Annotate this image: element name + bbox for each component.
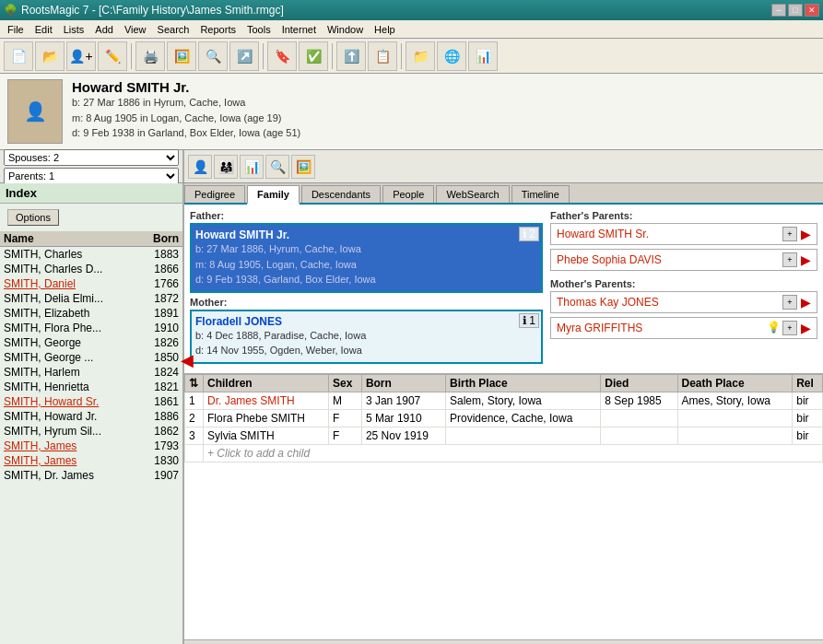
menu-lists[interactable]: Lists	[58, 22, 90, 37]
list-item[interactable]: SMITH, Hyrum Sil...1862	[0, 424, 182, 439]
spouses-dropdown[interactable]: Spouses: 2	[4, 149, 179, 166]
father-parent1[interactable]: Howard SMITH Sr.	[557, 228, 649, 240]
tab-descendants[interactable]: Descendants	[301, 185, 381, 203]
table-row[interactable]: 2 Flora Phebe SMITH F 5 Mar 1910 Provide…	[185, 409, 823, 427]
toolbar-view2[interactable]: 📋	[368, 41, 397, 71]
list-item[interactable]: SMITH, Henrietta1821	[0, 380, 182, 394]
chart-btn[interactable]: 📊	[240, 155, 264, 179]
horizontal-scrollbar[interactable]	[184, 639, 823, 644]
toolbar-new[interactable]: 📄	[4, 41, 33, 71]
menu-view[interactable]: View	[119, 22, 152, 37]
menu-tools[interactable]: Tools	[241, 22, 276, 37]
toolbar-open[interactable]: 📂	[35, 41, 65, 71]
col-sort[interactable]: ⇅	[185, 374, 204, 392]
fp2-arrow[interactable]: ▶	[801, 252, 811, 267]
toolbar-media[interactable]: 🖼️	[167, 41, 196, 71]
fp1-arrow[interactable]: ▶	[801, 227, 811, 241]
toolbar-bookmark[interactable]: 🔖	[267, 41, 297, 71]
search-btn2[interactable]: 🔍	[265, 155, 289, 179]
person-header: 👤 Howard SMITH Jr. b: 27 Mar 1886 in Hyr…	[0, 74, 823, 150]
nav-arrow-left[interactable]: ◀	[181, 350, 194, 370]
mother-box[interactable]: ℹ 1 Floradell JONES b: 4 Dec 1888, Parad…	[190, 310, 543, 364]
menu-edit[interactable]: Edit	[29, 22, 58, 37]
col-children: Children	[204, 374, 329, 392]
col-rel: Rel	[793, 374, 823, 392]
list-item[interactable]: SMITH, Howard Sr.1861	[0, 394, 182, 409]
mother-name[interactable]: Floradell JONES	[195, 315, 537, 328]
children-table: ⇅ Children Sex Born Birth Place Died Dea…	[184, 374, 823, 463]
toolbar-goto[interactable]: ↗️	[229, 41, 259, 71]
menu-window[interactable]: Window	[322, 22, 369, 37]
col-death-place: Death Place	[677, 374, 793, 392]
list-item[interactable]: SMITH, James1793	[0, 439, 182, 453]
menu-bar: File Edit Lists Add View Search Reports …	[0, 20, 823, 39]
menu-file[interactable]: File	[2, 22, 29, 37]
toolbar-sep2	[263, 43, 264, 69]
mp1-add[interactable]: +	[782, 295, 797, 310]
parents-dropdown[interactable]: Parents: 1	[4, 168, 179, 184]
minimize-button[interactable]: –	[771, 4, 786, 17]
index-list[interactable]: SMITH, Charles1883SMITH, Charles D...186…	[0, 247, 182, 644]
toolbar-print[interactable]: 🖨️	[135, 41, 165, 71]
list-item[interactable]: SMITH, Delia Elmi...1872	[0, 291, 182, 306]
list-item[interactable]: SMITH, Flora Phe...1910	[0, 321, 182, 335]
lightbulb-icon: 💡	[767, 321, 781, 335]
close-button[interactable]: ✕	[805, 4, 819, 17]
tab-pedigree[interactable]: Pedigree	[184, 185, 245, 203]
mother-parent2[interactable]: Myra GRIFFITHS	[557, 322, 642, 334]
menu-search[interactable]: Search	[152, 22, 195, 37]
menu-help[interactable]: Help	[369, 22, 401, 37]
list-item[interactable]: SMITH, Harlem1824	[0, 365, 182, 380]
list-item[interactable]: SMITH, George ...1850	[0, 350, 182, 365]
table-row[interactable]: 1 Dr. James SMITH M 3 Jan 1907 Salem, St…	[185, 392, 823, 409]
options-button[interactable]: Options	[7, 209, 59, 226]
tab-timeline[interactable]: Timeline	[511, 185, 570, 203]
toolbar-sep4	[401, 43, 402, 69]
col-born-header: Born	[142, 232, 179, 245]
person-name: Howard SMITH Jr.	[72, 79, 816, 95]
mp2-add[interactable]: +	[782, 321, 797, 335]
list-item[interactable]: SMITH, James1830	[0, 453, 182, 468]
fp2-add[interactable]: +	[782, 252, 797, 267]
menu-reports[interactable]: Reports	[194, 22, 241, 37]
family-top: Father: ℹ 2 Howard SMITH Jr. b: 27 Mar 1…	[184, 205, 823, 373]
toolbar-publish[interactable]: ⬆️	[336, 41, 366, 71]
index-header: Index	[0, 183, 182, 204]
list-item[interactable]: SMITH, Daniel1766	[0, 276, 182, 291]
tab-family[interactable]: Family	[247, 185, 300, 205]
tab-websearch[interactable]: WebSearch	[436, 185, 509, 203]
table-row[interactable]: 3 Sylvia SMITH F 25 Nov 1919 bir	[185, 427, 823, 444]
father-name[interactable]: Howard SMITH Jr.	[195, 228, 537, 241]
mp1-arrow[interactable]: ▶	[801, 295, 811, 310]
list-item[interactable]: SMITH, George1826	[0, 335, 182, 350]
list-item[interactable]: SMITH, Charles1883	[0, 247, 182, 262]
list-item[interactable]: SMITH, Charles D...1866	[0, 262, 182, 276]
fp1-add[interactable]: +	[782, 227, 797, 241]
menu-internet[interactable]: Internet	[276, 22, 322, 37]
tab-people[interactable]: People	[382, 185, 434, 203]
toolbar-edit[interactable]: ✏️	[98, 41, 127, 71]
toolbar-add-person[interactable]: 👤+	[66, 41, 96, 71]
list-item[interactable]: SMITH, Dr. James1907	[0, 468, 182, 483]
menu-add[interactable]: Add	[89, 22, 119, 37]
toolbar-report[interactable]: 📊	[468, 41, 498, 71]
toolbar-search[interactable]: 🔍	[198, 41, 228, 71]
mp2-arrow[interactable]: ▶	[801, 321, 811, 335]
person-birth: b: 27 Mar 1886 in Hyrum, Cache, Iowa	[72, 95, 816, 111]
maximize-button[interactable]: □	[788, 4, 803, 17]
father-badge: ℹ 2	[519, 227, 539, 241]
toolbar-verify[interactable]: ✅	[299, 41, 328, 71]
mother-parent1[interactable]: Thomas Kay JONES	[557, 296, 659, 309]
list-item[interactable]: SMITH, Howard Jr.1886	[0, 409, 182, 424]
father-parent2[interactable]: Phebe Sophia DAVIS	[557, 253, 662, 266]
toolbar-tree[interactable]: 🌐	[437, 41, 466, 71]
mother-death: d: 14 Nov 1955, Ogden, Weber, Iowa	[195, 343, 537, 358]
sidebar: Index Options Name Born SMITH, Charles18…	[0, 183, 184, 644]
person-btn[interactable]: 👤	[188, 155, 212, 179]
media-btn[interactable]: 🖼️	[291, 155, 315, 179]
list-item[interactable]: SMITH, Elizabeth1891	[0, 306, 182, 321]
family-btn[interactable]: 👨‍👩‍👧	[214, 155, 238, 179]
father-box[interactable]: ℹ 2 Howard SMITH Jr. b: 27 Mar 1886, Hyr…	[190, 223, 543, 293]
add-child-row[interactable]: + Click to add a child	[185, 444, 823, 462]
toolbar-folder[interactable]: 📁	[406, 41, 435, 71]
